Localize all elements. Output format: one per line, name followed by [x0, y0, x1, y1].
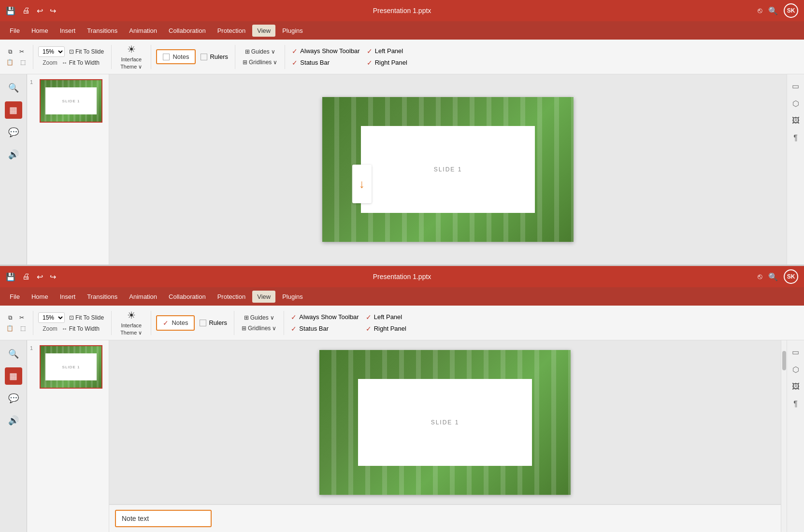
- rulers-checkbox-b[interactable]: Rulers: [198, 318, 229, 327]
- right-panel-checkbox-b[interactable]: ✓ Right Panel: [364, 324, 408, 334]
- sep1: [33, 45, 33, 69]
- always-toolbar-check: ✓: [292, 47, 298, 55]
- thumb-content-b: Slide 1: [45, 353, 97, 380]
- right-paragraph-icon[interactable]: ¶: [789, 131, 803, 145]
- right-shapes-icon[interactable]: ⬡: [789, 97, 803, 110]
- left-panel-checkbox-b[interactable]: ✓ Left Panel: [364, 312, 408, 322]
- right-shapes-icon-b[interactable]: ⬡: [789, 363, 803, 376]
- right-panel-checkbox[interactable]: ✓ Right Panel: [365, 58, 409, 68]
- left-panel-label: Left Panel: [375, 47, 403, 55]
- gridlines-button-b[interactable]: ⊞ Gridlines ∨: [239, 323, 279, 333]
- menu-plugins[interactable]: Plugins: [277, 25, 308, 37]
- menu-bar-bottom: File Home Insert Transitions Animation C…: [0, 287, 804, 306]
- slide-number-1-b: 1: [30, 345, 37, 351]
- fit-to-width-button-b[interactable]: ↔ Fit To Width: [59, 324, 102, 334]
- menu-protection-b[interactable]: Protection: [213, 291, 251, 303]
- menu-transitions-b[interactable]: Transitions: [82, 291, 122, 303]
- cut-button[interactable]: ✂: [17, 47, 27, 56]
- gridlines-button[interactable]: ⊞ Gridlines ∨: [240, 57, 280, 67]
- always-show-toolbar-checkbox[interactable]: ✓ Always Show Toolbar: [290, 46, 361, 56]
- undo-icon[interactable]: ↩: [37, 6, 43, 15]
- menu-view[interactable]: View: [252, 25, 275, 37]
- right-paragraph-icon-b[interactable]: ¶: [789, 397, 803, 411]
- note-text-box[interactable]: Note text: [115, 510, 212, 527]
- print-icon-b[interactable]: 🖨: [22, 272, 30, 281]
- notes-button-top[interactable]: Notes: [156, 49, 196, 64]
- sidebar-audio-b[interactable]: 🔊: [5, 412, 22, 429]
- save-icon[interactable]: 💾: [6, 6, 15, 15]
- menu-file-b[interactable]: File: [5, 291, 25, 303]
- export-icon-b[interactable]: ⎋: [758, 272, 762, 281]
- app-title-bottom: Presentation 1.pptx: [373, 273, 431, 280]
- menu-collaboration-b[interactable]: Collaboration: [164, 291, 211, 303]
- scrollbar[interactable]: [781, 340, 787, 532]
- menu-insert-b[interactable]: Insert: [55, 291, 81, 303]
- fit-to-slide-button-b[interactable]: ⊡ Fit To Slide: [67, 313, 106, 322]
- menu-home-b[interactable]: Home: [27, 291, 53, 303]
- rulers-checkbox[interactable]: Rulers: [199, 52, 230, 61]
- export-icon[interactable]: ⎋: [758, 6, 762, 15]
- copy-button[interactable]: ⧉: [6, 47, 15, 56]
- save-icon-b[interactable]: 💾: [6, 272, 15, 281]
- menu-transitions[interactable]: Transitions: [82, 25, 122, 37]
- interface-theme-button[interactable]: ☀ Interface Theme ∨: [116, 42, 146, 72]
- toolbar-top: ⧉ ✂ 📋 ⬚ 15% ⊡ Fit To Slide Zoom ↔ Fit To…: [0, 40, 804, 74]
- sidebar-comments[interactable]: 💬: [5, 124, 22, 141]
- right-slide-layout-icon[interactable]: ▭: [789, 79, 803, 93]
- menu-protection[interactable]: Protection: [213, 25, 251, 37]
- menu-insert[interactable]: Insert: [55, 25, 81, 37]
- fit-to-slide-button[interactable]: ⊡ Fit To Slide: [67, 47, 106, 56]
- slide-1-wrapper: 1 Slide 1: [30, 79, 106, 123]
- search-header-icon-b[interactable]: 🔍: [768, 272, 778, 281]
- always-show-toolbar-checkbox-b[interactable]: ✓ Always Show Toolbar: [289, 312, 360, 322]
- interface-theme-button-b[interactable]: ☀ Interface Theme ∨: [116, 308, 146, 338]
- print-icon[interactable]: 🖨: [22, 6, 30, 15]
- select-button[interactable]: ⬚: [18, 57, 28, 67]
- paste-button-b[interactable]: 📋: [4, 323, 16, 333]
- status-bar-label: Status Bar: [300, 59, 330, 66]
- redo-icon[interactable]: ↪: [50, 6, 56, 15]
- redo-icon-b[interactable]: ↪: [50, 272, 56, 281]
- menu-plugins-b[interactable]: Plugins: [277, 291, 308, 303]
- paste-button[interactable]: 📋: [4, 57, 16, 67]
- zoom-select[interactable]: 15%: [38, 46, 65, 57]
- status-bar-checkbox-b[interactable]: ✓ Status Bar: [289, 324, 360, 334]
- menu-home[interactable]: Home: [27, 25, 53, 37]
- main-slide-bottom[interactable]: Slide 1: [319, 350, 571, 495]
- search-header-icon[interactable]: 🔍: [768, 6, 778, 15]
- sidebar-slides[interactable]: ▦: [5, 101, 22, 119]
- rulers-label-b: Rulers: [209, 319, 227, 326]
- scrollbar-thumb[interactable]: [782, 351, 786, 370]
- sidebar-search[interactable]: 🔍: [5, 79, 22, 97]
- user-avatar[interactable]: SK: [784, 3, 798, 18]
- sidebar-slides-b[interactable]: ▦: [5, 367, 22, 385]
- title-bar-bottom: 💾 🖨 ↩ ↪ Presentation 1.pptx ⎋ 🔍 SK: [0, 266, 804, 287]
- zoom-select-b[interactable]: 15%: [38, 312, 65, 323]
- undo-icon-b[interactable]: ↩: [37, 272, 43, 281]
- sidebar-audio[interactable]: 🔊: [5, 146, 22, 163]
- slide-thumb-1[interactable]: Slide 1: [40, 79, 102, 123]
- sidebar-search-b[interactable]: 🔍: [5, 345, 22, 363]
- menu-collaboration[interactable]: Collaboration: [164, 25, 211, 37]
- right-slide-layout-icon-b[interactable]: ▭: [789, 345, 803, 359]
- user-avatar-bottom[interactable]: SK: [784, 269, 798, 284]
- right-panel-icons-top: ▭ ⬡ 🖼 ¶: [787, 74, 804, 265]
- menu-file[interactable]: File: [5, 25, 25, 37]
- menu-animation[interactable]: Animation: [124, 25, 162, 37]
- menu-view-b[interactable]: View: [252, 291, 275, 303]
- right-image-icon[interactable]: 🖼: [789, 114, 803, 127]
- status-bar-checkbox[interactable]: ✓ Status Bar: [290, 58, 361, 68]
- guides-button-b[interactable]: ⊞ Guides ∨: [242, 313, 277, 322]
- copy-button-b[interactable]: ⧉: [6, 313, 15, 322]
- notes-button-bottom[interactable]: ✓ Notes: [156, 315, 195, 331]
- fit-to-width-button[interactable]: ↔ Fit To Width: [59, 58, 102, 68]
- guides-button[interactable]: ⊞ Guides ∨: [243, 47, 278, 56]
- left-panel-checkbox[interactable]: ✓ Left Panel: [365, 46, 409, 56]
- slide-thumb-1-b[interactable]: Slide 1: [40, 345, 102, 389]
- menu-animation-b[interactable]: Animation: [124, 291, 162, 303]
- right-image-icon-b[interactable]: 🖼: [789, 380, 803, 393]
- thumb-content: Slide 1: [45, 87, 97, 114]
- cut-button-b[interactable]: ✂: [17, 313, 27, 322]
- select-button-b[interactable]: ⬚: [18, 323, 28, 333]
- sidebar-comments-b[interactable]: 💬: [5, 390, 22, 407]
